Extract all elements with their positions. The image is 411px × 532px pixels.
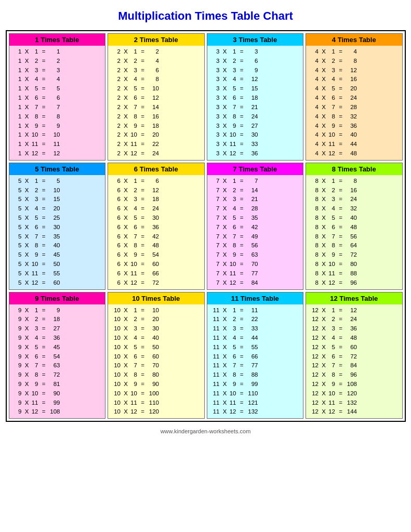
- cell-3-6-1: X: [319, 103, 326, 112]
- cell-4-11-3: =: [38, 278, 46, 288]
- cell-4-4-1: X: [22, 214, 29, 223]
- table-header-5: 5 Times Table: [9, 163, 105, 175]
- cell-10-6-3: =: [236, 361, 244, 370]
- cell-0-1-3: =: [38, 57, 46, 66]
- cell-9-2-2: 3: [128, 324, 137, 334]
- table-block-8: 8 Times Table8X1=88X2=168X3=248X4=328X5=…: [306, 163, 403, 290]
- cell-3-10-2: 11: [326, 140, 335, 149]
- cell-5-5-3: =: [137, 223, 144, 232]
- cell-10-4-0: 11: [210, 343, 220, 352]
- cell-7-1-1: X: [319, 186, 326, 195]
- table-row: 6X5=30: [111, 214, 201, 223]
- table-row: 9X7=63: [12, 361, 102, 370]
- cell-5-0-1: X: [121, 177, 128, 186]
- cell-11-0-2: 1: [326, 306, 335, 315]
- cell-1-9-2: 10: [128, 130, 137, 140]
- cell-0-10-1: X: [22, 140, 29, 149]
- cell-6-9-1: X: [220, 260, 227, 269]
- cell-2-4-4: 15: [244, 84, 258, 94]
- cell-3-10-1: X: [319, 140, 326, 149]
- cell-3-10-4: 44: [342, 140, 357, 149]
- table-row: 6X4=24: [111, 204, 201, 214]
- cell-10-0-4: 11: [244, 306, 258, 315]
- cell-10-5-2: 6: [227, 352, 236, 362]
- cell-11-6-1: X: [319, 361, 326, 370]
- cell-4-10-2: 11: [29, 269, 38, 278]
- cell-7-6-4: 56: [342, 232, 357, 242]
- cell-10-3-1: X: [220, 334, 227, 343]
- cell-4-2-0: 5: [12, 195, 22, 204]
- cell-9-8-1: X: [121, 380, 128, 389]
- cell-8-3-0: 9: [12, 334, 22, 343]
- cell-3-5-4: 24: [342, 94, 357, 103]
- cell-1-8-0: 2: [111, 122, 121, 131]
- cell-4-11-4: 60: [46, 278, 60, 288]
- cell-11-1-1: X: [319, 315, 326, 324]
- cell-9-4-2: 5: [128, 343, 137, 352]
- cell-11-4-3: =: [335, 343, 342, 352]
- cell-9-7-2: 8: [128, 370, 137, 380]
- cell-4-0-2: 1: [29, 177, 38, 186]
- cell-5-7-3: =: [137, 241, 144, 250]
- table-row: 3X7=21: [210, 103, 300, 112]
- cell-7-11-2: 12: [326, 278, 335, 288]
- cell-5-9-0: 6: [111, 260, 121, 269]
- cell-3-4-3: =: [335, 84, 342, 94]
- table-block-7: 7 Times Table7X1=77X2=147X3=217X4=287X5=…: [207, 163, 304, 290]
- cell-11-0-1: X: [319, 306, 326, 315]
- cell-5-8-1: X: [121, 250, 128, 260]
- cell-10-7-1: X: [220, 370, 227, 380]
- cell-1-8-1: X: [121, 122, 128, 131]
- cell-3-5-3: =: [335, 94, 342, 103]
- cell-0-5-3: =: [38, 94, 46, 103]
- cell-5-10-4: 66: [144, 269, 159, 278]
- cell-1-11-4: 24: [144, 149, 159, 158]
- cell-2-3-4: 12: [244, 75, 258, 84]
- cell-6-11-1: X: [220, 278, 227, 288]
- cell-9-9-0: 10: [111, 389, 121, 398]
- cell-7-11-4: 96: [342, 278, 357, 288]
- cell-11-6-4: 84: [342, 361, 357, 370]
- table-row: 6X1=6: [111, 177, 201, 186]
- cell-0-11-0: 1: [12, 149, 22, 158]
- table-row: 2X6=12: [111, 94, 201, 103]
- table-row: 12X4=48: [309, 334, 399, 343]
- cell-2-6-3: =: [236, 103, 244, 112]
- cell-10-4-3: =: [236, 343, 244, 352]
- cell-3-2-1: X: [319, 66, 326, 75]
- cell-4-7-0: 5: [12, 241, 22, 250]
- cell-5-0-3: =: [137, 177, 144, 186]
- cell-3-8-3: =: [335, 122, 342, 131]
- cell-0-4-1: X: [22, 84, 29, 94]
- cell-10-2-1: X: [220, 324, 227, 334]
- cell-1-3-2: 4: [128, 75, 137, 84]
- cell-11-11-0: 12: [309, 407, 319, 417]
- cell-3-5-0: 4: [309, 94, 319, 103]
- cell-8-6-1: X: [22, 361, 29, 370]
- cell-4-11-2: 12: [29, 278, 38, 288]
- cell-4-4-0: 5: [12, 214, 22, 223]
- cell-2-10-0: 3: [210, 140, 220, 149]
- cell-1-5-0: 2: [111, 94, 121, 103]
- table-row: 6X6=36: [111, 223, 201, 232]
- cell-7-2-4: 24: [342, 195, 357, 204]
- cell-5-2-3: =: [137, 195, 144, 204]
- cell-3-6-4: 28: [342, 103, 357, 112]
- cell-2-8-2: 9: [227, 122, 236, 131]
- cell-7-0-3: =: [335, 177, 342, 186]
- table-row: 10X4=40: [111, 334, 201, 343]
- cell-0-7-1: X: [22, 112, 29, 122]
- table-body-1: 1X1=11X2=21X3=31X4=41X5=51X6=61X7=71X8=8…: [9, 46, 105, 160]
- cell-0-2-2: 3: [29, 66, 38, 75]
- cell-10-11-3: =: [236, 407, 244, 417]
- cell-0-9-2: 10: [29, 130, 38, 140]
- table-block-4: 4 Times Table4X1=44X2=84X3=124X4=164X5=2…: [306, 33, 403, 161]
- cell-8-2-2: 3: [29, 324, 38, 334]
- cell-9-10-4: 110: [144, 398, 159, 408]
- cell-7-3-3: =: [335, 204, 342, 214]
- cell-7-10-0: 8: [309, 269, 319, 278]
- cell-3-11-2: 12: [326, 149, 335, 158]
- cell-6-10-4: 77: [244, 269, 258, 278]
- cell-8-6-4: 63: [46, 361, 60, 370]
- cell-6-10-0: 7: [210, 269, 220, 278]
